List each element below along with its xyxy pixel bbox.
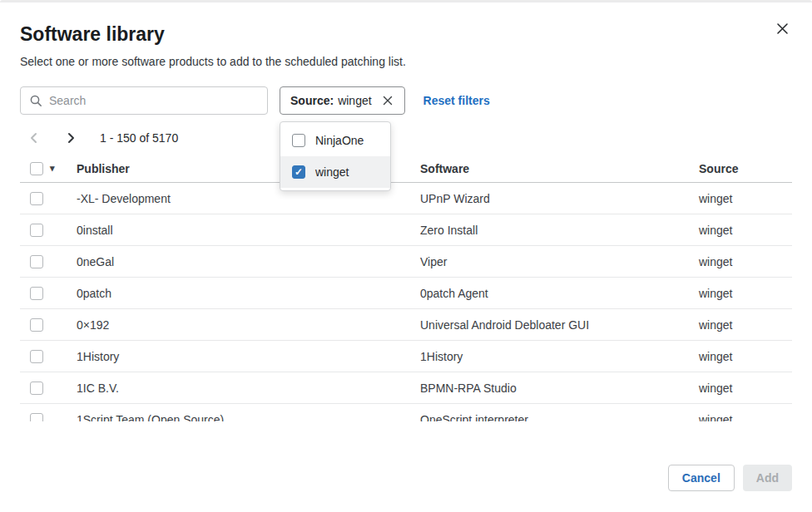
row-checkbox-cell [20,318,77,332]
chip-label: Source: [290,94,334,107]
row-checkbox[interactable] [30,255,43,268]
close-button[interactable] [774,20,790,37]
table-body: -XL- Development UPnP Wizard winget 0ins… [20,183,792,421]
toolbar: Source: winget Reset filters [20,86,792,115]
software-library-dialog: Software library Select one or more soft… [0,0,812,512]
row-checkbox-cell [20,192,77,205]
row-checkbox-cell [20,350,77,363]
table-row[interactable]: 0install Zero Install winget [20,214,792,246]
chevron-left-icon [28,131,40,145]
table-row[interactable]: -XL- Development UPnP Wizard winget [20,183,792,214]
select-all-cell: ▾ [20,162,77,175]
source-cell: winget [699,382,792,395]
publisher-cell: 0neGal [77,255,420,268]
column-header-source: Source [699,162,792,175]
publisher-cell: 1IC B.V. [77,382,420,395]
page-title: Software library [20,23,792,46]
publisher-cell: 0×192 [77,318,420,332]
source-cell: winget [699,255,792,268]
publisher-cell: 1History [77,350,420,363]
search-input[interactable] [49,94,259,107]
publisher-cell: 0install [77,224,420,237]
table-row[interactable]: 0neGal Viper winget [20,246,792,278]
chip-value: winget [338,94,371,107]
row-checkbox-cell [20,255,77,268]
dialog-footer: Cancel Add [668,465,792,491]
source-cell: winget [699,287,792,300]
row-checkbox[interactable] [30,382,43,395]
source-cell: winget [699,350,792,363]
previous-page-button[interactable] [25,128,43,148]
software-cell: Universal Android Debloater GUI [420,318,699,332]
chip-remove-icon [383,96,393,106]
dropdown-option[interactable]: winget [280,156,390,188]
option-label: winget [315,165,349,179]
software-cell: 1History [420,350,699,363]
table-row[interactable]: 0patch 0patch Agent winget [20,278,792,309]
option-checkbox[interactable] [292,134,305,147]
source-cell: winget [699,192,792,205]
row-checkbox[interactable] [30,287,43,300]
dialog-header: Software library Select one or more soft… [0,2,812,68]
row-checkbox-cell [20,413,77,422]
close-icon [776,22,789,35]
table-row[interactable]: 1Script Team (Open Source) OneScript int… [20,404,792,421]
reset-filters-link[interactable]: Reset filters [423,94,490,107]
option-label: NinjaOne [315,134,364,147]
page-subtitle: Select one or more software products to … [20,55,792,68]
select-all-checkbox[interactable] [30,162,43,175]
software-cell: UPnP Wizard [420,192,699,205]
next-page-button[interactable] [62,128,80,148]
pagination: 1 - 150 of 5170 [20,121,792,155]
cancel-button[interactable]: Cancel [668,465,735,491]
dropdown-option[interactable]: NinjaOne [280,125,390,156]
table-row[interactable]: 0×192 Universal Android Debloater GUI wi… [20,309,792,341]
row-checkbox-cell [20,224,77,237]
source-cell: winget [699,413,792,422]
source-filter-dropdown: NinjaOne winget [280,121,391,191]
software-cell: Zero Install [420,224,699,237]
publisher-cell: 0patch [77,287,420,300]
row-checkbox[interactable] [30,224,43,237]
publisher-cell: 1Script Team (Open Source) [77,413,420,422]
source-cell: winget [699,224,792,237]
software-cell: OneScript interpreter [420,413,699,422]
software-table: ▾ Publisher Software Source -XL- Develop… [20,155,792,421]
row-checkbox[interactable] [30,350,43,363]
source-filter-chip[interactable]: Source: winget [280,86,405,115]
column-header-software: Software [420,162,699,175]
row-checkbox[interactable] [30,413,43,422]
table-row[interactable]: 1History 1History winget [20,341,792,372]
chip-remove-button[interactable] [381,94,394,107]
row-checkbox[interactable] [30,318,43,332]
table-row[interactable]: 1IC B.V. BPMN-RPA Studio winget [20,372,792,404]
row-checkbox[interactable] [30,192,43,205]
table-header-row: ▾ Publisher Software Source [20,155,792,183]
software-cell: BPMN-RPA Studio [420,382,699,395]
chevron-right-icon [65,131,77,145]
publisher-cell: -XL- Development [77,192,420,205]
row-checkbox-cell [20,287,77,300]
add-button[interactable]: Add [743,465,792,491]
source-cell: winget [699,318,792,332]
software-cell: Viper [420,255,699,268]
software-cell: 0patch Agent [420,287,699,300]
search-icon [29,94,42,107]
select-menu-caret-icon[interactable]: ▾ [50,164,55,173]
option-checkbox[interactable] [292,165,305,179]
search-box[interactable] [20,86,268,115]
pagination-range: 1 - 150 of 5170 [100,131,178,145]
row-checkbox-cell [20,382,77,395]
